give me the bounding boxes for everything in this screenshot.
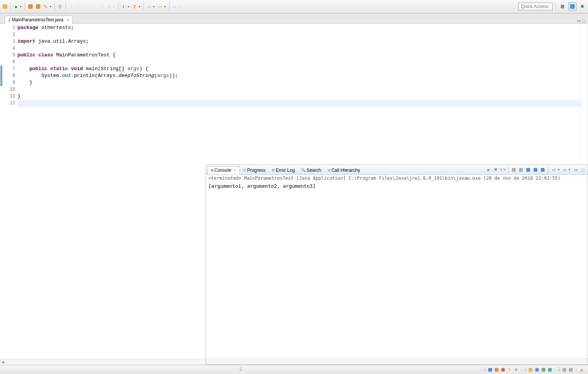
- code-line[interactable]: [18, 59, 582, 66]
- debug-perspective-icon[interactable]: ✱: [578, 2, 586, 11]
- scroll-lock-icon[interactable]: [518, 167, 524, 173]
- code-line[interactable]: System.out.println(Arrays.deepToString(a…: [18, 72, 582, 79]
- code-line[interactable]: public static void main(String[] args) {: [18, 66, 582, 72]
- search-icon[interactable]: ✎: [42, 3, 49, 10]
- maximize-icon[interactable]: □: [582, 19, 585, 23]
- dropdown-icon[interactable]: ▼: [178, 5, 181, 8]
- line-number: 8: [6, 72, 18, 79]
- package-explorer-icon[interactable]: [528, 367, 533, 372]
- step-into-icon[interactable]: ⬚: [83, 3, 90, 10]
- separator: [169, 3, 169, 10]
- dropdown-icon[interactable]: ▼: [113, 5, 115, 8]
- scroll-left-icon[interactable]: ◀: [0, 360, 5, 364]
- bottom-view-stack: ■Console✕⟳Progress⊘Error Log🔍Search⇲Call…: [206, 165, 588, 365]
- java-perspective-icon[interactable]: [568, 2, 577, 11]
- code-line[interactable]: [18, 31, 582, 38]
- step-return-icon[interactable]: ⬚: [98, 3, 105, 10]
- code-line[interactable]: }: [18, 79, 582, 86]
- declaration-view-icon[interactable]: [500, 367, 506, 372]
- line-number: 12: [6, 100, 18, 107]
- quick-access-input[interactable]: [518, 3, 553, 10]
- clear-console-icon[interactable]: [511, 167, 517, 173]
- back-icon[interactable]: ⇦: [146, 3, 153, 10]
- rss-icon[interactable]: ◢: [578, 367, 584, 372]
- maximize-view-icon[interactable]: □: [580, 167, 586, 173]
- javadoc-view-icon[interactable]: [494, 367, 499, 372]
- resume-icon[interactable]: ⬇: [120, 3, 127, 10]
- toggle-breadcrumb-icon[interactable]: ⚲: [57, 3, 64, 10]
- separator: [25, 3, 25, 10]
- dropdown-icon[interactable]: ▼: [557, 168, 560, 171]
- console-icon: ■: [211, 168, 213, 172]
- view-tab-console[interactable]: ■Console✕: [208, 166, 240, 174]
- line-number: 7: [6, 66, 18, 72]
- line-number: 9: [6, 79, 18, 86]
- close-tab-icon[interactable]: ✕: [66, 18, 69, 22]
- forward-icon[interactable]: ⇨: [157, 3, 164, 10]
- view-tab-label: Search: [307, 168, 321, 173]
- pin-console-icon[interactable]: [540, 167, 546, 173]
- step-over-icon[interactable]: ⬚: [91, 3, 97, 10]
- search-view-icon[interactable]: ✎: [507, 367, 512, 372]
- dropdown-icon[interactable]: ▼: [49, 5, 52, 8]
- dropdown-icon[interactable]: ▼: [127, 5, 130, 8]
- remove-all-icon[interactable]: ⨯⨯: [500, 167, 506, 173]
- remove-launch-icon[interactable]: ✖: [492, 167, 499, 173]
- code-line[interactable]: public class MainParametrosTest {: [18, 52, 582, 59]
- editor-tab-label: MainParametrosTest.java: [12, 17, 63, 22]
- code-line[interactable]: import java.util.Arrays;: [18, 38, 582, 45]
- view-tab-label: Progress: [247, 168, 265, 173]
- word-wrap-icon[interactable]: [525, 167, 531, 173]
- show-console-icon[interactable]: [532, 167, 538, 173]
- minimize-icon[interactable]: ▭: [577, 18, 581, 23]
- tasks-view-icon[interactable]: [562, 367, 567, 372]
- minimize-view-icon[interactable]: ▭: [573, 167, 579, 173]
- open-perspective-icon[interactable]: ⊞: [558, 2, 567, 11]
- type-hierarchy-icon[interactable]: [534, 367, 540, 372]
- console-horizontal-scrollbar[interactable]: [206, 358, 588, 364]
- view-tab-search[interactable]: 🔍Search: [298, 166, 324, 174]
- navigator-icon[interactable]: [541, 367, 546, 372]
- console-status-line: <terminated> MainParametrosTest [Java Ap…: [206, 175, 588, 182]
- step-filters-icon[interactable]: ⬚: [75, 3, 82, 10]
- grip-icon: ⠿: [558, 367, 561, 372]
- display-selected-console-icon[interactable]: ▭: [551, 167, 557, 173]
- problems-view-icon[interactable]: [487, 367, 493, 372]
- grip-icon: ⠿: [524, 367, 527, 372]
- grip-icon: ⠿: [239, 367, 242, 372]
- code-line[interactable]: [18, 100, 582, 107]
- dropdown-icon[interactable]: ▼: [568, 168, 571, 171]
- editor-tab[interactable]: J MainParametrosTest.java ✕: [5, 16, 73, 24]
- call-hierarchy-view-icon[interactable]: ↯: [513, 367, 519, 372]
- view-tab-call-hierarchy[interactable]: ⇲Call Hierarchy: [324, 166, 363, 174]
- run-icon[interactable]: ●: [13, 3, 19, 10]
- code-line[interactable]: }: [18, 93, 582, 100]
- terminate-icon[interactable]: ■: [485, 167, 491, 173]
- close-view-icon[interactable]: ✕: [233, 168, 236, 172]
- drop-frame-icon[interactable]: ⤓: [106, 3, 113, 10]
- line-number: 2: [6, 31, 18, 38]
- outline-view-icon[interactable]: [568, 367, 574, 372]
- project-explorer-icon[interactable]: [547, 367, 553, 372]
- new-icon[interactable]: [2, 3, 8, 10]
- line-number: 3: [6, 38, 18, 45]
- code-line[interactable]: [18, 45, 582, 52]
- dropdown-icon[interactable]: ▼: [153, 5, 155, 8]
- dropdown-icon[interactable]: ▼: [138, 5, 141, 8]
- console-output[interactable]: [argumento1, argumento2, argumento3]: [206, 182, 588, 358]
- open-console-icon[interactable]: ▭: [562, 167, 568, 173]
- line-number: 1: [6, 24, 18, 31]
- dropdown-icon[interactable]: ▼: [19, 5, 22, 8]
- call-hierarchy-icon: ⇲: [327, 168, 330, 172]
- code-line[interactable]: package othertests;: [18, 24, 582, 31]
- main-toolbar: ● ▼ ✎ ▼ ⚲ ⤴ ⬚ ⬚ ⬚ ⬚ ⤓ ▼ ⬇ ▼ ⬆ ▼ ⇦ ▼ ⇨ ▼ …: [0, 0, 588, 13]
- suspend-icon[interactable]: ⬆: [131, 3, 138, 10]
- view-tab-progress[interactable]: ⟳Progress: [240, 166, 268, 174]
- open-type-icon[interactable]: [27, 3, 34, 10]
- dropdown-icon[interactable]: ▼: [164, 5, 166, 8]
- open-task-icon[interactable]: [35, 3, 42, 10]
- skip-breakpoints-icon[interactable]: ⤴: [68, 3, 75, 10]
- view-tab-error-log[interactable]: ⊘Error Log: [268, 166, 298, 174]
- code-line[interactable]: [18, 86, 582, 93]
- last-edit-icon[interactable]: ⇨: [171, 3, 178, 10]
